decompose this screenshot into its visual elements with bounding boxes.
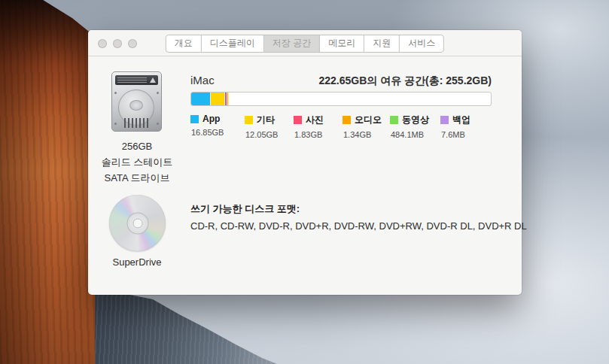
- zoom-button[interactable]: [128, 39, 137, 48]
- hdd-hub: [129, 100, 143, 111]
- legend-label: 기타: [257, 114, 275, 126]
- legend-swatch: [245, 116, 253, 124]
- legend-label: 동영상: [402, 114, 429, 126]
- storage-segment-app: [191, 93, 211, 105]
- window-titlebar[interactable]: 개요디스플레이저장 공간메모리지원서비스: [88, 30, 522, 56]
- drive-capacity-line: 256GB: [90, 138, 184, 154]
- hdd-screw: [114, 92, 117, 94]
- legend-item-audio: 오디오1.34GB: [343, 114, 382, 139]
- window-controls: [98, 39, 137, 48]
- hdd-screw: [157, 92, 159, 94]
- legend-value: 1.83GB: [294, 130, 324, 139]
- close-button[interactable]: [98, 39, 107, 48]
- legend-label: 오디오: [355, 114, 382, 126]
- free-space-text: 222.65GB의 여유 공간(총: 255.2GB): [318, 74, 492, 88]
- hdd-vents: [124, 118, 150, 128]
- legend-label: App: [202, 114, 220, 124]
- legend-swatch: [390, 116, 398, 124]
- tab-overview[interactable]: 개요: [166, 35, 202, 52]
- legend-value: 1.34GB: [343, 130, 382, 139]
- legend-item-movies: 동영상484.1MB: [390, 114, 429, 139]
- device-name: iMac: [190, 74, 215, 86]
- writable-formats-title: 쓰기 가능한 디스크 포맷:: [190, 202, 300, 216]
- minimize-button[interactable]: [113, 39, 122, 48]
- tab-memory[interactable]: 메모리: [320, 35, 364, 52]
- storage-segment-other: [211, 93, 225, 105]
- wallpaper-cliff: [0, 0, 98, 364]
- tab-support[interactable]: 지원: [364, 35, 400, 52]
- drive-interface-line: SATA 드라이브: [90, 170, 184, 186]
- wallpaper-mountain: [89, 289, 277, 364]
- tab-service[interactable]: 서비스: [400, 35, 443, 52]
- legend-value: 484.1MB: [391, 130, 429, 139]
- legend-swatch: [343, 116, 351, 124]
- legend-label: 사진: [306, 114, 324, 126]
- about-this-mac-window: 개요디스플레이저장 공간메모리지원서비스 256GB 솔리드 스테이트 SATA…: [88, 30, 522, 295]
- drive-type-line: 솔리드 스테이트: [90, 154, 184, 170]
- drive-capacity-label: 256GB 솔리드 스테이트 SATA 드라이브: [90, 138, 184, 186]
- legend-swatch: [190, 115, 199, 123]
- storage-segment-backups: [230, 93, 230, 105]
- legend-item-photos: 사진1.83GB: [294, 114, 324, 139]
- tab-displays[interactable]: 디스플레이: [202, 35, 264, 52]
- legend-item-other: 기타12.05GB: [245, 114, 278, 139]
- storage-bar: [190, 92, 492, 106]
- legend-value: 16.85GB: [191, 128, 224, 137]
- hdd-screw: [114, 123, 117, 125]
- superdrive-label: SuperDrive: [90, 256, 184, 268]
- legend-swatch: [440, 116, 449, 124]
- tab-storage[interactable]: 저장 공간: [264, 35, 320, 52]
- legend-item-backups: 백업7.6MB: [440, 114, 470, 139]
- tab-bar: 개요디스플레이저장 공간메모리지원서비스: [166, 35, 444, 53]
- legend-value: 12.05GB: [245, 130, 278, 139]
- hdd-label-plate: [115, 75, 158, 85]
- legend-label: 백업: [452, 114, 470, 126]
- legend-value: 7.6MB: [441, 130, 470, 139]
- legend-swatch: [294, 116, 302, 124]
- storage-legend: App16.85GB기타12.05GB사진1.83GB오디오1.34GB동영상4…: [190, 114, 499, 144]
- hdd-screw: [157, 123, 159, 125]
- writable-formats-list: CD-R, CD-RW, DVD-R, DVD+R, DVD-RW, DVD+R…: [190, 220, 527, 232]
- superdrive-disc-icon: [109, 195, 166, 251]
- legend-item-app: App16.85GB: [190, 114, 224, 137]
- hard-drive-icon: [111, 71, 162, 132]
